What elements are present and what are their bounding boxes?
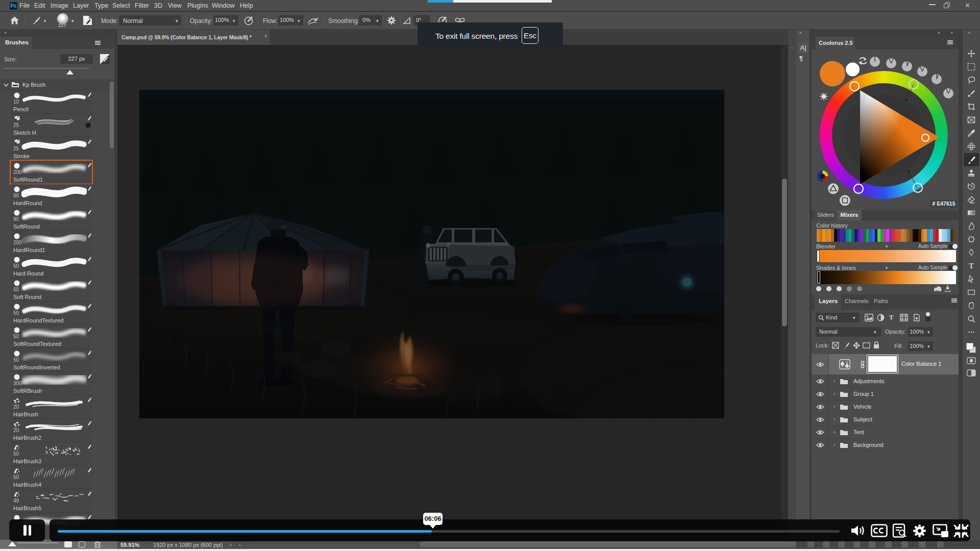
svg-text:T: T xyxy=(969,262,974,270)
